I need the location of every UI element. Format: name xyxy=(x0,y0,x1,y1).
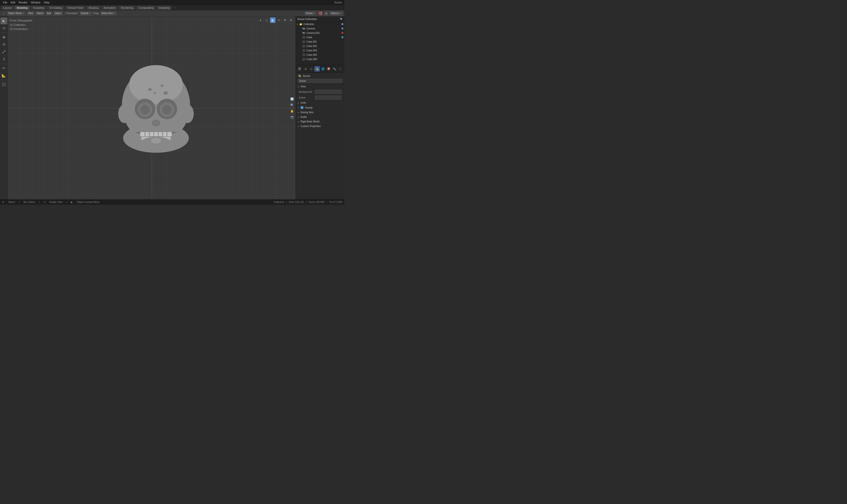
tab-rendering[interactable]: Rendering xyxy=(118,5,136,10)
menu-file[interactable]: File xyxy=(1,0,9,4)
tab-layout[interactable]: Layout xyxy=(1,5,14,10)
tab-shading[interactable]: Shading xyxy=(86,5,101,10)
svg-marker-9 xyxy=(2,37,3,38)
status-collection-info: Collection xyxy=(273,201,284,203)
left-toolbar: ✏ 📐 ⬛ xyxy=(0,17,8,199)
tool-measure[interactable]: 📐 xyxy=(0,72,7,79)
tool-add-cube[interactable]: ⬛ xyxy=(0,81,7,88)
section-view[interactable]: ▸ View xyxy=(296,84,345,89)
view-menu[interactable]: View xyxy=(27,11,35,16)
prop-tab-modifier[interactable]: 🔧 xyxy=(332,66,337,72)
outliner-item-camera001[interactable]: 📷 Camera.001 xyxy=(296,31,345,35)
tool-rotate[interactable] xyxy=(0,41,7,48)
viewport-gizmo-toggle[interactable]: ⚙ xyxy=(288,18,294,23)
section-keying-sets[interactable]: ▸ Keying Sets xyxy=(296,110,345,115)
proportional-edit[interactable]: ◎ xyxy=(324,11,329,16)
drag-dropdown[interactable]: Select Box ▼ xyxy=(100,11,117,16)
tool-select[interactable] xyxy=(0,18,7,24)
keying-sets-caret: ▸ xyxy=(298,111,299,114)
tool-annotate[interactable]: ✏ xyxy=(0,65,7,72)
prop-tab-world[interactable]: 🌐 xyxy=(320,66,325,72)
active-input[interactable] xyxy=(315,96,341,100)
gizmo-zoom[interactable]: 🔍 xyxy=(289,102,295,108)
outliner-item-camera[interactable]: 📷 Camera xyxy=(296,26,345,31)
outliner-item-cube003[interactable]: ⬛ Cube.003 xyxy=(296,48,345,53)
menu-help[interactable]: Help xyxy=(42,0,51,4)
camera-view[interactable]: 📷 xyxy=(289,114,295,120)
outliner-item-cube008[interactable]: ⬛ Cube.008 xyxy=(296,57,345,61)
tool-scale[interactable] xyxy=(0,49,7,55)
object-menu[interactable]: Object xyxy=(53,11,63,16)
outliner-item-cube004[interactable]: ⬛ Cube.004 xyxy=(296,53,345,57)
prop-tab-physics[interactable]: ⚛ xyxy=(338,66,343,72)
camera-icon: 📷 xyxy=(302,27,305,30)
outliner-cube004-name: Cube.004 xyxy=(306,54,343,56)
tool-move[interactable] xyxy=(0,34,7,41)
section-units[interactable]: ▸ Units xyxy=(296,101,345,105)
object-label: Object xyxy=(55,12,61,15)
menu-window[interactable]: Window xyxy=(30,0,42,4)
mode-select-dropdown[interactable]: Object Mode ▼ xyxy=(7,11,26,16)
outliner-cube002-name: Cube.002 xyxy=(306,45,343,48)
background-row: Background xyxy=(296,89,345,95)
custom-props-label: Custom Properties xyxy=(301,125,321,127)
viewport-overlay-toggle[interactable]: 👁 xyxy=(282,18,288,23)
left-sep-1 xyxy=(1,33,6,33)
orientation-dropdown[interactable]: Default ▼ xyxy=(80,11,92,16)
background-field-row: Background xyxy=(298,89,342,94)
viewport-shading-rendered[interactable]: ☀ xyxy=(276,18,282,23)
section-gravity[interactable]: ▾ ✓ Gravity xyxy=(296,105,345,110)
svg-point-20 xyxy=(129,65,183,104)
section-custom-props[interactable]: ▸ Custom Properties xyxy=(296,124,345,128)
outliner-item-cube002[interactable]: ⬛ Cube.002 xyxy=(296,44,345,48)
tab-animation[interactable]: Animation xyxy=(101,5,118,10)
svg-line-18 xyxy=(5,60,5,60)
prop-tab-scene[interactable]: 🎭 xyxy=(314,66,320,72)
global-dropdown[interactable]: Global ▼ xyxy=(304,11,317,16)
prop-tab-output[interactable]: 🖥 xyxy=(303,66,308,72)
top-menu-bar: File Edit Render Window Help Scene xyxy=(0,0,345,5)
cube008-icon: ⬛ xyxy=(302,58,305,60)
prop-tab-render[interactable]: 🎬 xyxy=(297,66,302,72)
options-button[interactable]: Options ▼ xyxy=(330,11,343,16)
status-faces: Faces:135,960 xyxy=(308,201,324,203)
orientation-arrow: ▼ xyxy=(89,12,91,14)
outliner-item-cube001[interactable]: ⬛ Cube.001 xyxy=(296,39,345,44)
main-layout: ✏ 📐 ⬛ Front Orthographic (1) Collection … xyxy=(0,17,345,199)
select-menu[interactable]: Select xyxy=(35,11,45,16)
tab-add[interactable]: + xyxy=(172,5,178,10)
scene-name-input[interactable] xyxy=(298,79,342,83)
tab-scripting[interactable]: Scripting xyxy=(156,5,172,10)
tab-sculpting[interactable]: Sculpting xyxy=(31,5,47,10)
prop-tab-object[interactable]: 📦 xyxy=(326,66,332,72)
outliner-cube003-name: Cube.003 xyxy=(306,49,343,52)
tab-uv-editing[interactable]: UV Editing xyxy=(47,5,65,10)
section-rigid-body[interactable]: ▸ Rigid Body World xyxy=(296,119,345,124)
outliner-filter-icon[interactable]: 🔍 xyxy=(340,18,343,20)
scene-section-header: 🎭 Scene xyxy=(296,73,345,78)
viewport-shading-wireframe[interactable]: ⬡ xyxy=(264,18,269,23)
tool-transform[interactable] xyxy=(0,56,7,62)
menu-edit[interactable]: Edit xyxy=(9,0,17,4)
gizmo-pan[interactable]: ✋ xyxy=(289,108,295,114)
gravity-checkbox[interactable]: ✓ xyxy=(301,106,303,109)
section-audio[interactable]: ▸ Audio xyxy=(296,115,345,119)
tool-cursor[interactable] xyxy=(0,25,7,32)
outliner-item-collection[interactable]: ▸ 📁 Collection xyxy=(296,22,345,26)
menu-render[interactable]: Render xyxy=(17,0,29,4)
viewport-shading-solid[interactable]: ● xyxy=(258,18,263,23)
svg-point-16 xyxy=(3,58,5,60)
viewport[interactable]: Front Orthographic (1) Collection 10 Cen… xyxy=(8,17,296,199)
tab-compositing[interactable]: Compositing xyxy=(136,5,156,10)
gizmo-rotate[interactable]: 🔄 xyxy=(289,96,295,102)
background-input[interactable] xyxy=(315,90,341,94)
prop-tab-view-layer[interactable]: 🗂 xyxy=(308,66,314,72)
viewport-shading-material[interactable]: ◐ xyxy=(270,18,276,23)
tab-modeling[interactable]: Modeling xyxy=(14,5,30,10)
caret-icon: ▸ xyxy=(297,23,299,25)
add-menu[interactable]: Add xyxy=(46,11,52,16)
tab-texture-paint[interactable]: Texture Paint xyxy=(65,5,86,10)
audio-caret: ▸ xyxy=(298,116,299,118)
outliner-item-cube[interactable]: ⬛ Cube xyxy=(296,35,345,39)
snap-magnet[interactable]: 🧲 xyxy=(318,11,323,16)
